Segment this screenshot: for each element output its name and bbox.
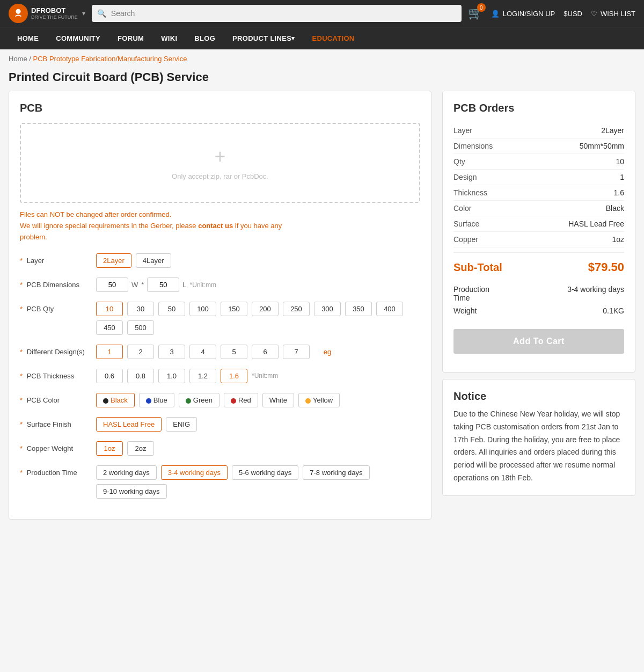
weight-val: 0.1KG bbox=[603, 306, 624, 315]
production-7-8days[interactable]: 7-8 working days bbox=[303, 465, 369, 480]
color-label: * PCB Color bbox=[20, 393, 90, 404]
logo-sub: DRIVE THE FUTURE bbox=[31, 14, 78, 20]
breadcrumb-separator: / bbox=[29, 55, 31, 63]
design-label: * Different Design(s) bbox=[20, 345, 90, 356]
qty-option-200[interactable]: 200 bbox=[252, 302, 279, 316]
thickness-1.2[interactable]: 1.2 bbox=[189, 369, 216, 383]
copper-2oz[interactable]: 2oz bbox=[127, 441, 154, 456]
qty-option-50[interactable]: 50 bbox=[158, 302, 185, 316]
qty-option-500[interactable]: 500 bbox=[127, 320, 154, 335]
upload-area[interactable]: + Only accept zip, rar or PcbDoc. bbox=[20, 123, 420, 203]
user-icon: 👤 bbox=[491, 10, 500, 18]
design-option-3[interactable]: 3 bbox=[158, 345, 185, 359]
production-time-val: 3-4 working days bbox=[567, 285, 624, 302]
weight-key: Weight bbox=[453, 306, 477, 315]
layer-option-2layer[interactable]: 2Layer bbox=[96, 253, 131, 268]
design-option-4[interactable]: 4 bbox=[189, 345, 216, 359]
green-dot bbox=[186, 398, 191, 404]
copper-1oz[interactable]: 1oz bbox=[96, 441, 123, 456]
design-option-eg[interactable]: eg bbox=[314, 345, 341, 359]
production-3-4days[interactable]: 3-4 working days bbox=[161, 465, 228, 480]
order-row-copper: Copper 1oz bbox=[453, 232, 624, 247]
breadcrumb-link[interactable]: PCB Prototype Fabrication/Manufacturing … bbox=[33, 55, 187, 63]
order-qty-val: 10 bbox=[616, 157, 624, 166]
nav-item-blog[interactable]: BLOG bbox=[186, 27, 224, 50]
color-white[interactable]: White bbox=[262, 393, 294, 407]
nav-item-forum[interactable]: FORUM bbox=[109, 27, 152, 50]
header: DFROBOT DRIVE THE FUTURE ▾ 🔍 🛒 0 👤 LOGIN… bbox=[0, 0, 644, 27]
qty-label: * PCB Qty bbox=[20, 302, 90, 313]
search-input[interactable] bbox=[92, 5, 462, 22]
qty-option-10[interactable]: 10 bbox=[96, 302, 123, 316]
logo-dropdown-icon[interactable]: ▾ bbox=[82, 10, 85, 17]
production-row: * Production Time 2 working days 3-4 wor… bbox=[20, 465, 420, 499]
color-red[interactable]: Red bbox=[224, 393, 258, 407]
thickness-1.0[interactable]: 1.0 bbox=[158, 369, 185, 383]
copper-label: * Copper Weight bbox=[20, 441, 90, 452]
qty-options: 10 30 50 100 150 200 250 300 350 400 450… bbox=[96, 302, 420, 335]
design-option-1[interactable]: 1 bbox=[96, 345, 123, 359]
qty-option-400[interactable]: 400 bbox=[376, 302, 403, 316]
design-option-5[interactable]: 5 bbox=[221, 345, 247, 359]
nav-item-product-lines[interactable]: PRODUCT LINES bbox=[224, 27, 303, 50]
thickness-0.8[interactable]: 0.8 bbox=[127, 369, 154, 383]
surface-enig[interactable]: ENIG bbox=[166, 417, 197, 432]
dimension-l-input[interactable] bbox=[147, 277, 179, 292]
notice-title: Notice bbox=[453, 390, 624, 403]
qty-option-150[interactable]: 150 bbox=[221, 302, 247, 316]
nav-item-wiki[interactable]: WIKI bbox=[152, 27, 186, 50]
currency-selector[interactable]: $USD bbox=[564, 10, 582, 18]
design-option-6[interactable]: 6 bbox=[252, 345, 279, 359]
nav-item-home[interactable]: HOME bbox=[9, 27, 47, 50]
qty-option-100[interactable]: 100 bbox=[189, 302, 216, 316]
design-option-2[interactable]: 2 bbox=[127, 345, 154, 359]
layer-option-4layer[interactable]: 4Layer bbox=[136, 253, 171, 268]
contact-link[interactable]: contact us bbox=[198, 222, 233, 230]
wishlist-label: WISH LIST bbox=[601, 10, 635, 18]
order-design-val: 1 bbox=[620, 173, 624, 181]
qty-option-300[interactable]: 300 bbox=[314, 302, 341, 316]
heart-icon: ♡ bbox=[591, 10, 597, 18]
qty-option-30[interactable]: 30 bbox=[127, 302, 154, 316]
thickness-1.6[interactable]: 1.6 bbox=[221, 369, 247, 383]
order-row-surface: Surface HASL Lead Free bbox=[453, 216, 624, 232]
color-green[interactable]: Green bbox=[179, 393, 219, 407]
qty-row: * PCB Qty 10 30 50 100 150 200 250 300 3… bbox=[20, 302, 420, 335]
upload-plus-icon: + bbox=[32, 145, 408, 168]
production-2days[interactable]: 2 working days bbox=[96, 465, 157, 480]
warning-problem: problem. bbox=[20, 232, 420, 243]
color-black[interactable]: Black bbox=[96, 393, 135, 407]
logo-area[interactable]: DFROBOT DRIVE THE FUTURE ▾ bbox=[9, 4, 85, 23]
dimensions-row: * PCB Dimensions W * L *Unit:mm bbox=[20, 277, 420, 292]
thickness-options: 0.6 0.8 1.0 1.2 1.6 *Unit:mm bbox=[96, 369, 278, 383]
order-row-qty: Qty 10 bbox=[453, 154, 624, 170]
thickness-label: * PCB Thickness bbox=[20, 369, 90, 380]
layer-required: * bbox=[20, 257, 23, 265]
thickness-0.6[interactable]: 0.6 bbox=[96, 369, 123, 383]
search-bar: 🔍 bbox=[92, 5, 462, 22]
production-5-6days[interactable]: 5-6 working days bbox=[232, 465, 298, 480]
order-thickness-key: Thickness bbox=[453, 188, 487, 197]
nav-item-community[interactable]: COMMUNITY bbox=[47, 27, 109, 50]
copper-options: 1oz 2oz bbox=[96, 441, 154, 456]
wishlist-button[interactable]: ♡ WISH LIST bbox=[591, 10, 635, 18]
production-9-10days[interactable]: 9-10 working days bbox=[96, 484, 167, 499]
color-yellow[interactable]: Yellow bbox=[298, 393, 340, 407]
qty-option-350[interactable]: 350 bbox=[345, 302, 372, 316]
notice-text: Due to the Chinese New Year holiday, we … bbox=[453, 408, 624, 485]
qty-option-250[interactable]: 250 bbox=[283, 302, 310, 316]
dimension-w-input[interactable] bbox=[96, 277, 128, 292]
surface-hasl[interactable]: HASL Lead Free bbox=[96, 417, 162, 432]
design-option-7[interactable]: 7 bbox=[283, 345, 310, 359]
color-blue[interactable]: Blue bbox=[139, 393, 174, 407]
login-button[interactable]: 👤 LOGIN/SIGN UP bbox=[491, 10, 555, 18]
warning-line2: We will ignore special requirements in t… bbox=[20, 221, 420, 232]
order-row-design: Design 1 bbox=[453, 170, 624, 185]
qty-option-450[interactable]: 450 bbox=[96, 320, 123, 335]
nav-item-education[interactable]: EDUCATION bbox=[303, 27, 363, 50]
warning-line3: if you have any bbox=[235, 222, 282, 230]
add-to-cart-button[interactable]: Add To Cart bbox=[453, 329, 624, 354]
cart-button[interactable]: 🛒 0 bbox=[468, 6, 482, 20]
breadcrumb-home[interactable]: Home bbox=[9, 55, 27, 63]
order-color-key: Color bbox=[453, 204, 471, 213]
